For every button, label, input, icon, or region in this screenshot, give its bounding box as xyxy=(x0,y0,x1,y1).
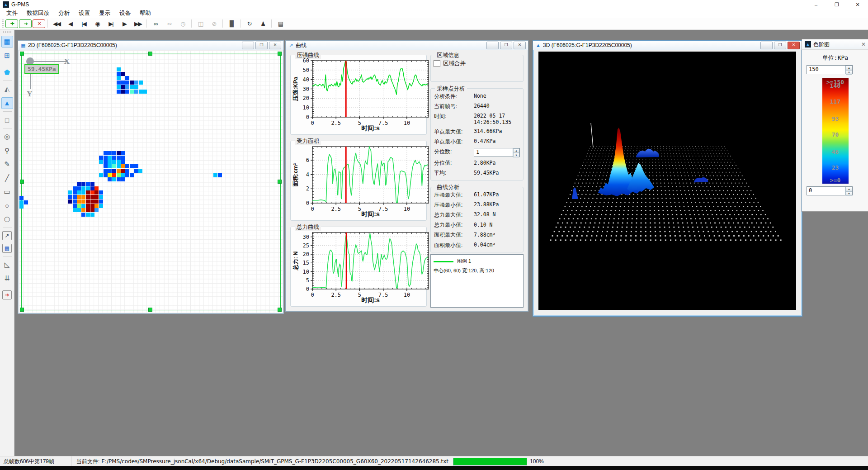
baseline-button[interactable]: ⇊ xyxy=(1,272,13,284)
force-curve-chart[interactable]: 05101520253002.557.510时间:s总力: N xyxy=(292,229,433,305)
spin-up-icon[interactable]: ▲ xyxy=(846,187,852,191)
selection-handle[interactable] xyxy=(20,308,24,312)
window-curves-restore-button[interactable]: ❐ xyxy=(500,42,512,49)
min-value-spinner[interactable]: ▲▼ xyxy=(845,187,852,195)
quantile-spinbox[interactable]: 1 ▲▼ xyxy=(474,148,520,157)
minimize-button[interactable]: – xyxy=(806,0,826,9)
window-3d-titlebar[interactable]: ▲ 3D (F606025:G-F1P3D2205C00005) – ❐ ✕ xyxy=(533,41,802,50)
matrix-view-button[interactable]: ⊞ xyxy=(1,50,13,62)
svg-text:5: 5 xyxy=(358,120,361,126)
window-curves-minimize-button[interactable]: – xyxy=(486,42,499,49)
link-button[interactable]: ∞ xyxy=(149,18,162,29)
selection-handle[interactable] xyxy=(278,180,282,184)
window-3d-close-button[interactable]: ✕ xyxy=(788,42,800,49)
window-curves-close-button[interactable]: ✕ xyxy=(514,42,526,49)
video-off-button[interactable]: ⊘ xyxy=(208,18,220,29)
quantile-value[interactable]: 1 xyxy=(474,148,513,157)
window-2d-restore-button[interactable]: ❐ xyxy=(255,42,268,49)
window-3d-restore-button[interactable]: ❐ xyxy=(774,42,786,49)
menu-item-0[interactable]: 文件 xyxy=(2,9,22,18)
menu-item-4[interactable]: 显示 xyxy=(94,9,115,18)
draw-circle-button[interactable]: ○ xyxy=(1,199,13,211)
region-shape-button[interactable]: ⬟ xyxy=(1,66,13,78)
step-back-button[interactable]: ◀ xyxy=(64,18,76,29)
spin-down-icon[interactable]: ▼ xyxy=(513,153,519,157)
menu-item-1[interactable]: 数据回放 xyxy=(22,9,54,18)
export-exit-button[interactable]: ➜ xyxy=(2,290,12,299)
max-value-spinner[interactable]: ▲▼ xyxy=(845,66,852,74)
color-scale-close-button[interactable]: ✕ xyxy=(861,41,866,47)
map-cell xyxy=(117,90,121,94)
menu-item-2[interactable]: 分析 xyxy=(54,9,74,18)
sidebar-separator xyxy=(3,64,12,64)
draw-hexagon-button[interactable]: ⬡ xyxy=(1,214,13,225)
trend-chart-button[interactable]: ↗ xyxy=(2,231,12,240)
window-2d-minimize-button[interactable]: – xyxy=(242,42,254,49)
crop-region-button[interactable]: □ xyxy=(1,114,13,126)
selection-handle[interactable] xyxy=(148,308,152,312)
after-rows: 分位值:2.80KPa平均:59.45KPa xyxy=(432,158,522,178)
refresh-button[interactable]: ↻ xyxy=(243,18,255,29)
max-value[interactable]: 150 xyxy=(807,66,845,74)
target-point-button[interactable]: ◎ xyxy=(1,131,13,142)
new-button[interactable]: ✚ xyxy=(5,19,18,28)
window-2d-titlebar[interactable]: ▦ 2D (F606025:G-F1P3D2205C00005) – ❐ ✕ xyxy=(18,41,283,50)
selection-handle[interactable] xyxy=(20,180,24,184)
delete-button[interactable]: ✕ xyxy=(33,19,45,28)
map-cell xyxy=(90,195,94,199)
svg-text:0: 0 xyxy=(311,120,314,126)
selection-handle[interactable] xyxy=(20,52,24,56)
svg-text:0: 0 xyxy=(306,286,309,292)
selection-handle[interactable] xyxy=(278,308,282,312)
maximize-button[interactable]: ❐ xyxy=(826,0,847,9)
pixel-grid-button[interactable]: ▩ xyxy=(2,244,12,253)
skip-start-button[interactable]: |◀ xyxy=(77,18,90,29)
play-button[interactable]: ▶ xyxy=(118,18,131,29)
area-curve-chart[interactable]: 024602.557.510时间:s面积:cm² xyxy=(292,143,433,219)
close-button[interactable]: ✕ xyxy=(847,0,868,9)
pressure-curve-chart[interactable]: 010203040506002.557.510时间:s压强:KPa xyxy=(292,57,433,133)
view-2d-button[interactable]: ▦ xyxy=(1,36,13,47)
path-marker-button[interactable]: ⚲ xyxy=(1,145,13,157)
selection-handle[interactable] xyxy=(278,52,282,56)
rewind-button[interactable]: ◀◀ xyxy=(50,18,63,29)
view-3d-button[interactable]: ▲ xyxy=(1,97,13,109)
skip-end-button[interactable]: ▶| xyxy=(104,18,117,29)
menu-item-3[interactable]: 设置 xyxy=(74,9,94,18)
spin-down-icon[interactable]: ▼ xyxy=(846,70,852,75)
window-curves-titlebar[interactable]: ↗ 曲线 – ❐ ✕ xyxy=(286,41,528,50)
stop-record-button[interactable]: ◉ xyxy=(91,18,104,29)
pressure-map-2d[interactable]: X Y 59.45KPa xyxy=(19,50,283,313)
draw-line-button[interactable]: ╱ xyxy=(1,172,13,184)
window-3d-minimize-button[interactable]: – xyxy=(760,42,773,49)
menu-item-6[interactable]: 帮助 xyxy=(135,9,156,18)
color-scale-titlebar[interactable]: ▲ 色阶图 ✕ xyxy=(802,39,868,50)
draw-freehand-button[interactable]: ✎ xyxy=(1,158,13,170)
spin-up-icon[interactable]: ▲ xyxy=(513,148,519,153)
svg-text:30: 30 xyxy=(303,86,309,92)
export-button[interactable]: ➜ xyxy=(19,19,32,28)
max-value-spinbox[interactable]: 150 ▲▼ xyxy=(807,65,853,74)
spin-down-icon[interactable]: ▼ xyxy=(846,191,852,196)
window-curves: ↗ 曲线 – ❐ ✕ 压强曲线 010203040506002.557.510时… xyxy=(285,40,528,312)
region-merge-checkbox[interactable] xyxy=(434,60,440,67)
window-2d-close-button[interactable]: ✕ xyxy=(269,42,281,49)
menu-item-5[interactable]: 设备 xyxy=(115,9,135,18)
timer-button[interactable]: ◷ xyxy=(176,18,189,29)
user-button[interactable]: ♟ xyxy=(256,18,269,29)
view-3d-wireframe-button[interactable]: ◭ xyxy=(1,83,13,95)
angle-analysis-button[interactable]: ◺ xyxy=(1,259,13,271)
fast-forward-button[interactable]: ▶▶ xyxy=(132,18,144,29)
quantile-spinner[interactable]: ▲▼ xyxy=(513,148,519,157)
unlink-button[interactable]: ∾ xyxy=(163,18,175,29)
min-value[interactable]: 0 xyxy=(807,187,845,195)
video-record-button[interactable]: ◫ xyxy=(194,18,207,29)
selection-rect[interactable] xyxy=(21,53,281,310)
min-value-spinbox[interactable]: 0 ▲▼ xyxy=(807,186,853,195)
session-folder-button[interactable]: ▤ xyxy=(274,18,287,29)
spin-up-icon[interactable]: ▲ xyxy=(846,66,852,70)
monitor-button[interactable]: ▉ xyxy=(225,18,238,29)
surface-3d-view[interactable] xyxy=(538,52,796,310)
selection-handle[interactable] xyxy=(148,52,152,56)
draw-rect-button[interactable]: ▭ xyxy=(1,186,13,198)
